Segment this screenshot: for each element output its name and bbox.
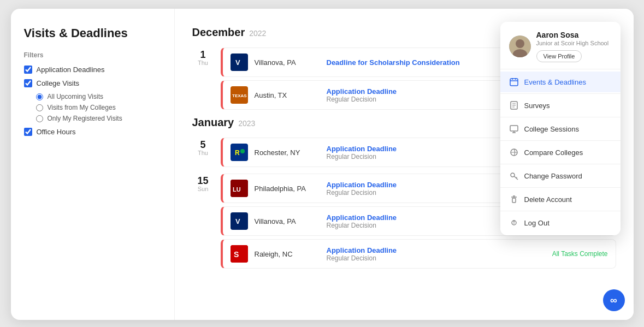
svg-rect-8 <box>231 245 248 263</box>
profile-popup: Aaron Sosa Junior at Scoir High School V… <box>500 22 621 235</box>
menu-item-college-sessions[interactable]: College Sessions <box>500 118 621 139</box>
svg-text:R: R <box>235 149 240 157</box>
svg-point-4 <box>240 149 245 153</box>
filter-college-visits-checkbox[interactable] <box>24 79 32 87</box>
filter-application-deadlines[interactable]: Application Deadlines <box>24 66 161 74</box>
month-name-december: December <box>192 26 245 39</box>
compare-icon <box>509 147 519 157</box>
month-year-january: 2023 <box>238 119 255 128</box>
day-number-jan-15: 15 <box>192 176 214 186</box>
menu-item-delete-account[interactable]: Delete Account <box>500 189 621 210</box>
event-title-ncstate: Application Deadline <box>327 246 541 254</box>
menu-label-college-sessions: College Sessions <box>524 125 579 133</box>
radio-my-colleges-label: Visits from My Colleges <box>48 104 116 111</box>
survey-icon <box>509 100 519 110</box>
sidebar: Visits & Deadlines Filters Application D… <box>11 9 175 320</box>
svg-text:V: V <box>235 217 240 225</box>
key-icon <box>509 171 519 181</box>
svg-line-27 <box>514 176 518 180</box>
infinity-badge[interactable]: ∞ <box>603 289 625 311</box>
menu-divider-6 <box>500 211 621 211</box>
task-complete-ncstate: All Tasks Complete <box>548 250 608 258</box>
profile-info: Aaron Sosa Junior at Scoir High School V… <box>536 31 612 62</box>
radio-my-colleges[interactable]: Visits from My Colleges <box>36 104 161 111</box>
menu-divider-4 <box>500 164 621 164</box>
month-name-january: January <box>192 116 234 129</box>
menu-item-compare-colleges[interactable]: Compare Colleges <box>500 142 621 163</box>
event-card-ncstate[interactable]: S Raleigh, NC Application Deadline Regul… <box>221 239 616 269</box>
event-location-philadelphia: Philadelphia, PA <box>255 185 320 193</box>
day-name-dec-1: Thu <box>192 60 214 66</box>
svg-point-26 <box>511 173 515 177</box>
month-year-december: 2022 <box>249 29 266 38</box>
day-info-dec-1: 1 Thu <box>192 47 214 110</box>
svg-rect-30 <box>512 198 516 203</box>
menu-divider-2 <box>500 117 621 117</box>
svg-text:S: S <box>234 250 239 259</box>
profile-name: Aaron Sosa <box>536 31 612 39</box>
event-subtitle-ncstate: Regular Decision <box>327 254 541 262</box>
menu-item-events-deadlines[interactable]: Events & Deadlines <box>500 72 621 92</box>
radio-all-upcoming[interactable]: All Upcoming Visits <box>36 93 161 100</box>
filter-application-deadlines-checkbox[interactable] <box>24 66 32 74</box>
event-details-ncstate: Application Deadline Regular Decision <box>327 246 541 262</box>
event-logo-villanova: V <box>231 53 248 71</box>
svg-text:TEXAS: TEXAS <box>232 93 247 98</box>
radio-all-upcoming-label: All Upcoming Visits <box>48 93 103 100</box>
event-tasks-ncstate: All Tasks Complete <box>548 250 608 258</box>
avatar <box>509 35 531 57</box>
event-logo-lincoln: LU <box>231 180 248 197</box>
event-location-rochester: Rochester, NY <box>255 148 320 157</box>
menu-label-change-password: Change Password <box>524 172 582 180</box>
menu-label-events-deadlines: Events & Deadlines <box>524 78 586 86</box>
menu-divider-1 <box>500 93 621 94</box>
menu-item-change-password[interactable]: Change Password <box>500 165 621 186</box>
event-logo-ncstate: S <box>231 245 248 263</box>
profile-role: Junior at Scoir High School <box>536 39 612 47</box>
logout-icon <box>509 218 519 228</box>
event-logo-villanova-jan: V <box>231 212 248 230</box>
svg-text:V: V <box>235 58 240 67</box>
event-location-ncstate: Raleigh, NC <box>255 250 320 258</box>
filter-application-deadlines-label: Application Deadlines <box>37 66 105 74</box>
event-logo-texas: TEXAS <box>231 86 248 104</box>
day-name-jan-15: Sun <box>192 186 214 192</box>
menu-item-log-out[interactable]: Log Out <box>500 212 621 233</box>
filters-label: Filters <box>24 51 161 59</box>
filter-office-hours-label: Office Hours <box>37 128 76 136</box>
radio-registered-input[interactable] <box>36 115 43 122</box>
day-info-jan-15: 15 Sun <box>192 174 214 269</box>
radio-registered-label: Only My Registered Visits <box>48 115 122 122</box>
page-title: Visits & Deadlines <box>24 26 161 40</box>
radio-all-upcoming-input[interactable] <box>36 93 43 100</box>
svg-line-28 <box>516 177 517 179</box>
filter-office-hours-checkbox[interactable] <box>24 128 32 136</box>
filter-college-visits-label: College Visits <box>37 79 80 87</box>
event-location-villanova-dec: Villanova, PA <box>255 58 320 67</box>
event-location-texas-dec: Austin, TX <box>255 91 320 99</box>
day-number-dec-1: 1 <box>192 50 214 60</box>
filter-office-hours[interactable]: Office Hours <box>24 128 161 136</box>
menu-label-surveys: Surveys <box>524 102 550 110</box>
menu-item-surveys[interactable]: Surveys <box>500 95 621 116</box>
infinity-icon: ∞ <box>610 295 617 306</box>
view-profile-button[interactable]: View Profile <box>536 50 582 62</box>
calendar-icon <box>509 77 519 87</box>
day-info-jan-5: 5 Thu <box>192 138 214 167</box>
menu-label-log-out: Log Out <box>524 219 550 227</box>
day-name-jan-5: Thu <box>192 150 214 156</box>
svg-point-11 <box>516 39 524 48</box>
radio-my-colleges-input[interactable] <box>36 104 43 111</box>
visit-radio-group: All Upcoming Visits Visits from My Colle… <box>36 93 161 122</box>
menu-label-delete-account: Delete Account <box>524 195 572 204</box>
menu-divider-5 <box>500 187 621 188</box>
trash-icon <box>509 194 519 204</box>
filter-college-visits[interactable]: College Visits <box>24 79 161 87</box>
profile-menu: Events & Deadlines Surveys <box>500 69 621 235</box>
day-number-jan-5: 5 <box>192 140 214 150</box>
svg-rect-21 <box>510 126 518 131</box>
profile-header: Aaron Sosa Junior at Scoir High School V… <box>500 22 621 69</box>
radio-registered[interactable]: Only My Registered Visits <box>36 115 161 122</box>
menu-label-compare-colleges: Compare Colleges <box>524 148 583 157</box>
app-container: Visits & Deadlines Filters Application D… <box>11 9 634 320</box>
